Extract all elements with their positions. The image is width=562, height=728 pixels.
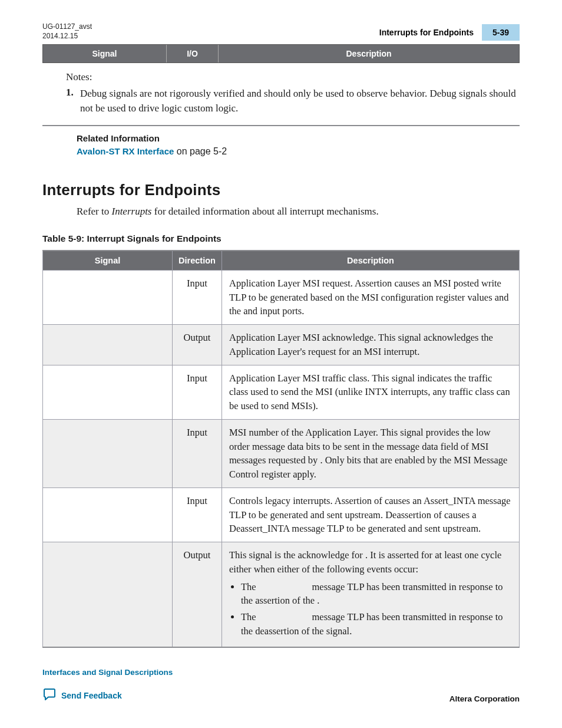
table-row: Output This signal is the acknowledge fo… — [43, 542, 520, 647]
horizontal-rule — [42, 125, 520, 126]
related-info-link[interactable]: Avalon‑ST RX Interface — [77, 146, 174, 156]
cell-signal — [43, 419, 173, 487]
cell-description: MSI number of the Application Layer. Thi… — [222, 419, 520, 487]
table-row: Input Application Layer MSI traffic clas… — [43, 365, 520, 419]
table-header-row: Signal Direction Description — [43, 251, 520, 271]
mini-header-bar: Signal I/O Description — [42, 44, 520, 63]
footer-left-link[interactable]: Interfaces and Signal Descriptions — [42, 668, 173, 677]
page-number: 5-39 — [482, 24, 520, 41]
cell-description: This signal is the acknowledge for . It … — [222, 542, 520, 647]
notes-item-number: 1. — [66, 87, 80, 116]
th-signal: Signal — [43, 251, 173, 271]
notes-item-text: Debug signals are not rigorously verifie… — [80, 87, 520, 116]
section-heading: Interrupts for Endpoints — [42, 181, 520, 199]
minibar-col-signal: Signal — [43, 45, 167, 62]
cell-direction: Output — [173, 542, 222, 647]
notes-item: 1. Debug signals are not rigorously veri… — [66, 87, 520, 116]
cell-direction: Output — [173, 325, 222, 365]
interrupt-signals-table: Signal Direction Description Input Appli… — [42, 250, 520, 648]
cell-direction: Input — [173, 487, 222, 542]
cell-direction: Input — [173, 419, 222, 487]
doc-id: UG-01127_avst — [42, 22, 92, 32]
comment-icon — [42, 687, 57, 703]
table-row: Output Application Layer MSI acknowledge… — [43, 325, 520, 365]
related-info-header: Related Information — [77, 133, 520, 143]
cell-signal — [43, 542, 173, 647]
table-row: Input Controls legacy interrupts. Assert… — [43, 487, 520, 542]
th-direction: Direction — [173, 251, 222, 271]
cell-description: Controls legacy interrupts. Assertion of… — [222, 487, 520, 542]
cell-description: Application Layer MSI traffic class. Thi… — [222, 365, 520, 419]
related-info-suffix: on page 5-2 — [174, 146, 227, 156]
minibar-col-description: Description — [219, 45, 519, 62]
running-title: Interrupts for Endpoints — [371, 24, 482, 41]
table-row: Input Application Layer MSI request. Ass… — [43, 270, 520, 324]
footer-corp: Altera Corporation — [449, 694, 520, 703]
table-row: Input MSI number of the Application Laye… — [43, 419, 520, 487]
cell-signal — [43, 325, 173, 365]
minibar-col-io: I/O — [167, 45, 219, 62]
cell-direction: Input — [173, 270, 222, 324]
cell-signal — [43, 365, 173, 419]
doc-date: 2014.12.15 — [42, 32, 92, 41]
th-description: Description — [222, 251, 520, 271]
cell-description: Application Layer MSI request. Assertion… — [222, 270, 520, 324]
cell-signal — [43, 270, 173, 324]
cell-description: Application Layer MSI acknowledge. This … — [222, 325, 520, 365]
notes-label: Notes: — [66, 71, 520, 83]
cell-signal — [43, 487, 173, 542]
section-intro: Refer to Interrupts for detailed informa… — [77, 204, 520, 219]
table-title: Table 5-9: Interrupt Signals for Endpoin… — [42, 233, 520, 244]
cell-direction: Input — [173, 365, 222, 419]
page-header: UG-01127_avst 2014.12.15 Interrupts for … — [42, 22, 520, 41]
page-footer: Interfaces and Signal Descriptions Send … — [42, 668, 520, 703]
send-feedback-link[interactable]: Send Feedback — [61, 691, 122, 700]
